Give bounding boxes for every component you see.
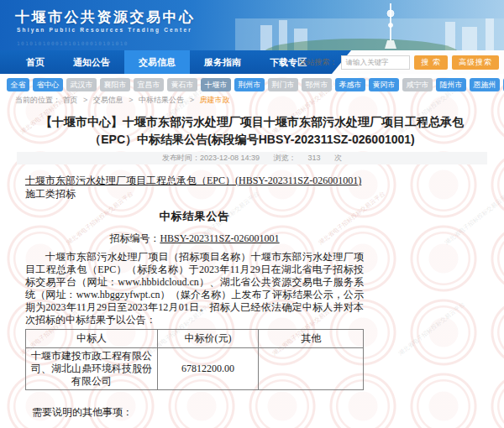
- views-count: 313: [308, 154, 321, 162]
- bid-number-line: 招标编号：HBSY-202311SZ-026001001: [25, 232, 364, 246]
- region-button-huanggang[interactable]: 黄冈市: [369, 78, 399, 91]
- site-subtitle: Shiyan Public Resources Trading Center: [17, 27, 192, 33]
- page: 十堰市公共资源交易中心 Shiyan Public Resources Trad…: [0, 0, 504, 428]
- result-table: 中标人 中标价(元) 其他 十堰市建投市政工程有限公司、湖北山鼎环境科技股份有限…: [25, 329, 364, 390]
- views-unit: 次: [334, 154, 342, 162]
- table-header-row: 中标人 中标价(元) 其他: [26, 330, 364, 348]
- region-button-suizhou[interactable]: 随州市: [436, 78, 466, 91]
- breadcrumb-current-category[interactable]: 房建市政: [199, 96, 229, 104]
- site-search: 全站搜索： 搜 索 高级搜索: [299, 50, 499, 74]
- breadcrumb-trading-info[interactable]: 交易信息: [93, 96, 123, 104]
- table-row: 十堰市建投市政工程有限公司、湖北山鼎环境科技股份有限公司 67812200.00: [26, 348, 364, 390]
- nav-item-notices[interactable]: 通知公告: [59, 50, 124, 74]
- other-notes-heading: 需要说明的其他事项：: [32, 405, 364, 419]
- search-button[interactable]: 搜 索: [414, 55, 448, 70]
- region-button-shiyan[interactable]: 十堰市: [201, 78, 231, 91]
- main-navbar: 首页 通知公告 交易信息 服务指南 下载专区 全站搜索： 搜 索 高级搜索: [0, 50, 504, 74]
- region-button-wuhan[interactable]: 武汉市: [66, 78, 97, 91]
- cell-price: 67812200.00: [157, 348, 259, 390]
- region-button-xianning[interactable]: 咸宁市: [402, 78, 433, 91]
- cell-winner: 十堰市建投市政工程有限公司、湖北山鼎环境科技股份有限公司: [26, 348, 158, 390]
- bid-number-value: HBSY-202311SZ-026001001: [160, 232, 279, 244]
- publish-time: 发布时间：2023-12-08 14:39: [162, 154, 260, 162]
- content: 全省 省中心 武汉市 襄阳市 宜昌市 黄石市 十堰市 荆州市 荆门市 鄂州市 孝…: [0, 74, 504, 428]
- search-label: 全站搜索：: [299, 57, 337, 68]
- banner-binary-decoration: 10101010001010100010101010: [17, 40, 129, 46]
- region-button-enshi[interactable]: 恩施州: [470, 78, 500, 91]
- breadcrumb-separator: >: [129, 96, 133, 104]
- city-skyline-image: [235, 0, 504, 50]
- header-banner: 十堰市公共资源交易中心 Shiyan Public Resources Trad…: [0, 0, 504, 50]
- region-button-jingzhou[interactable]: 荆州市: [234, 78, 265, 91]
- project-reference-line: 十堰市东部污水处理厂项目工程总承包（EPC）(HBSY-202311SZ-026…: [25, 174, 364, 201]
- search-input[interactable]: [341, 55, 410, 70]
- header-winner: 中标人: [26, 330, 158, 348]
- document-body: 十堰市东部污水处理厂项目工程总承包（EPC）(HBSY-202311SZ-026…: [25, 174, 364, 428]
- nav-items: 首页 通知公告 交易信息 服务指南 下载专区: [12, 50, 321, 74]
- header-price: 中标价(元): [157, 330, 259, 348]
- breadcrumb-result-notices[interactable]: 中标结果公告: [139, 96, 184, 104]
- region-button-huangshi[interactable]: 黄石市: [167, 78, 197, 91]
- breadcrumb-separator: >: [190, 96, 194, 104]
- article-meta: 发布时间：2023-12-08 14:39 浏览：313 次: [17, 152, 487, 164]
- page-body: 湖北省电子招标投标交易云平台湖北省电子招标投标交易云平台湖北省电子招标投标交易云…: [0, 74, 504, 428]
- project-name-underlined: 十堰市东部污水处理厂项目工程总承包（EPC）(HBSY-202311SZ-026…: [25, 175, 361, 186]
- views-label: 浏览：: [274, 154, 297, 162]
- site-title: 十堰市公共资源交易中心: [15, 8, 196, 27]
- nav-item-home[interactable]: 首页: [12, 50, 59, 74]
- bid-number-label: 招标编号：: [109, 232, 160, 244]
- region-button-shengzhongxin[interactable]: 省中心: [33, 78, 63, 91]
- region-button-quansheng[interactable]: 全省: [7, 78, 29, 91]
- region-button-xiangyang[interactable]: 襄阳市: [100, 78, 130, 91]
- announcement-heading: 中标结果公告: [25, 209, 364, 224]
- cell-other: [259, 348, 364, 390]
- breadcrumb-home[interactable]: 首页: [63, 96, 78, 104]
- region-button-ezhou[interactable]: 鄂州市: [302, 78, 332, 91]
- region-filter-bar: 全省 省中心 武汉市 襄阳市 宜昌市 黄石市 十堰市 荆州市 荆门市 鄂州市 孝…: [0, 74, 504, 91]
- region-button-jingmen[interactable]: 荆门市: [268, 78, 298, 91]
- nav-item-service-guide[interactable]: 服务指南: [190, 50, 255, 74]
- region-button-xiaogan[interactable]: 孝感市: [335, 78, 365, 91]
- region-button-yichang[interactable]: 宜昌市: [134, 78, 164, 91]
- breadcrumb-prefix: 当前的位置：: [15, 96, 60, 104]
- breadcrumb: 当前的位置： 首页 > 交易信息 > 中标结果公告 > 房建市政: [0, 91, 504, 108]
- article-title: 【十堰市中心】十堰市东部污水处理厂项目十堰市东部污水处理厂项目工程总承包（EPC…: [0, 113, 504, 149]
- advanced-search-button[interactable]: 高级搜索: [452, 55, 499, 70]
- header-other: 其他: [259, 330, 364, 348]
- breadcrumb-separator: >: [83, 96, 87, 104]
- bid-type-text: 施工类招标: [25, 188, 76, 200]
- announcement-paragraph: 十堰市东部污水处理厂项目（招标项目名称）十堰市东部污水处理厂项目工程总承包（EP…: [25, 251, 364, 326]
- nav-item-trading-info[interactable]: 交易信息: [124, 50, 190, 74]
